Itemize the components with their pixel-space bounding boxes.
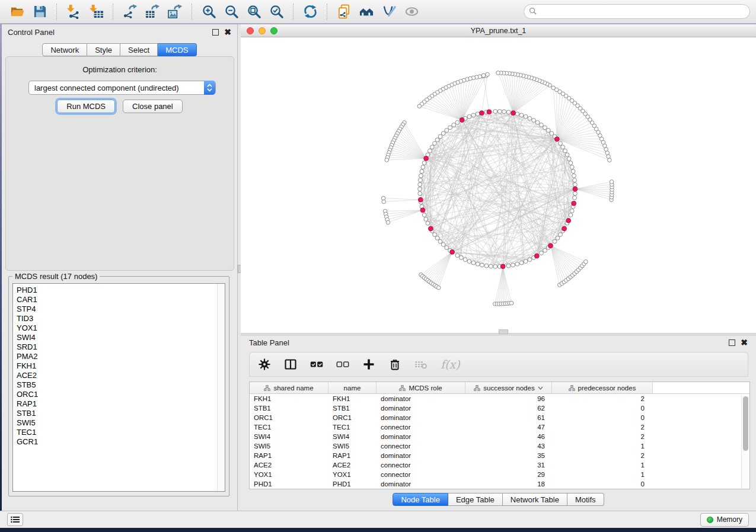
result-list-scrollbar[interactable] [217, 284, 225, 491]
table-row[interactable]: ACE2ACE2connector311 [250, 460, 749, 470]
list-item[interactable]: SWI4 [13, 333, 216, 342]
list-item[interactable]: STB5 [13, 380, 216, 390]
column-header-shared-name[interactable]: shared name [250, 382, 328, 393]
column-header-name[interactable]: name [328, 382, 377, 393]
control-panel-title: Control Panel [8, 28, 55, 37]
status-bar: Memory [0, 511, 756, 528]
close-panel-button[interactable]: Close panel [123, 100, 183, 113]
list-item[interactable]: RAP1 [13, 399, 216, 409]
import-network-icon[interactable] [65, 3, 82, 21]
cell: 0 [552, 414, 653, 421]
network-canvas[interactable] [241, 37, 754, 331]
zoom-in-icon[interactable] [200, 3, 218, 21]
close-panel-icon[interactable]: ✖ [224, 29, 231, 36]
table-scrollbar[interactable] [741, 395, 749, 488]
table-row[interactable]: SWI4SWI4dominator462 [250, 432, 749, 441]
trash-icon[interactable] [388, 358, 401, 371]
select-all-checkboxes-icon[interactable] [310, 358, 323, 371]
list-item[interactable]: CAR1 [13, 295, 216, 305]
zoom-out-icon[interactable] [222, 3, 240, 21]
tab-network[interactable]: Network [42, 43, 87, 56]
task-history-button[interactable] [7, 513, 23, 526]
close-table-panel-icon[interactable]: ✖ [741, 339, 748, 346]
column-header-successor-nodes[interactable]: successor nodes [465, 382, 552, 393]
curve-pen-icon[interactable] [380, 3, 398, 21]
refresh-layout-icon[interactable] [301, 3, 319, 21]
cell: connector [377, 443, 465, 450]
cell: 35 [465, 452, 552, 459]
list-item[interactable]: ORC1 [13, 390, 216, 399]
network-titlebar: YPA_prune.txt_1 [241, 24, 756, 37]
save-floppy-icon[interactable] [31, 3, 49, 21]
table-row[interactable]: YOX1YOX1connector291 [250, 470, 749, 479]
table-row[interactable]: STB1STB1dominator620 [250, 403, 749, 413]
list-item[interactable]: SRD1 [13, 342, 216, 352]
table-panel-title: Table Panel [249, 338, 289, 347]
list-item[interactable]: PHD1 [13, 286, 216, 295]
table-row[interactable]: RAP1RAP1dominator352 [250, 451, 749, 460]
tab-mcds[interactable]: MCDS [158, 43, 196, 56]
list-item[interactable]: TEC1 [13, 428, 216, 437]
tree-icon [399, 385, 406, 391]
export-image-icon[interactable] [166, 3, 184, 21]
list-item[interactable]: STB1 [13, 409, 216, 418]
table-row[interactable]: TEC1TEC1connector472 [250, 422, 749, 432]
column-header-predecessor-nodes[interactable]: predecessor nodes [552, 382, 653, 393]
table-scrollbar-thumb[interactable] [743, 396, 748, 451]
cell: 0 [552, 480, 653, 488]
duplicate-network-icon[interactable] [335, 3, 353, 21]
tree-icon [569, 385, 575, 391]
list-item[interactable]: ACE2 [13, 371, 216, 380]
houses-icon[interactable] [358, 3, 375, 21]
split-columns-icon[interactable] [284, 358, 297, 371]
gear-icon[interactable] [258, 358, 271, 371]
float-table-panel-icon[interactable] [729, 339, 735, 346]
list-item[interactable]: TID3 [13, 314, 216, 323]
open-folder-icon[interactable] [8, 3, 26, 21]
import-table-icon[interactable] [87, 3, 105, 21]
eye-icon[interactable] [403, 3, 420, 21]
zoom-selected-icon[interactable] [267, 3, 285, 21]
tab-edge-table[interactable]: Edge Table [448, 493, 503, 506]
control-panel: Control Panel ✖ NetworkStyleSelectMCDS O… [2, 24, 238, 511]
search-input[interactable] [540, 7, 745, 17]
tab-select[interactable]: Select [120, 43, 158, 56]
tab-node-table[interactable]: Node Table [393, 493, 448, 506]
cell: PHD1 [250, 480, 328, 488]
table-tabs: Node TableEdge TableNetwork TableMotifs [241, 493, 756, 506]
cell: FKH1 [328, 395, 377, 402]
select-stepper-icon [204, 81, 215, 95]
cell: SWI5 [250, 443, 328, 450]
cell: 1 [552, 471, 653, 478]
cell: PHD1 [328, 480, 377, 488]
list-item[interactable]: STP4 [13, 305, 216, 314]
tab-network-table[interactable]: Network Table [503, 493, 567, 506]
table-row[interactable]: SWI5SWI5connector431 [250, 441, 749, 451]
list-item[interactable]: YOX1 [13, 323, 216, 333]
table-row[interactable]: ORC1ORC1dominator610 [250, 413, 749, 422]
column-label: shared name [273, 384, 313, 392]
memory-button[interactable]: Memory [700, 513, 749, 527]
list-item[interactable]: GCR1 [13, 437, 216, 447]
table-row[interactable]: PHD1PHD1dominator180 [250, 479, 749, 489]
list-item[interactable]: SWI5 [13, 418, 216, 428]
network-title: YPA_prune.txt_1 [241, 27, 756, 35]
column-header-MCDS-role[interactable]: MCDS role [377, 382, 465, 393]
tab-style[interactable]: Style [87, 43, 120, 56]
cell: 61 [465, 414, 552, 421]
table-row[interactable]: FKH1FKH1dominator962 [250, 394, 749, 403]
zoom-fit-icon[interactable] [245, 3, 263, 21]
sort-chevron-icon [538, 386, 543, 390]
criterion-select[interactable]: largest connected component (undirected) [28, 81, 216, 95]
right-column: YPA_prune.txt_1 Table Panel ✖ [241, 24, 756, 511]
toolbar-divider [192, 4, 192, 20]
run-mcds-button[interactable]: Run MCDS [57, 100, 115, 113]
list-item[interactable]: PMA2 [13, 352, 216, 361]
deselect-all-checkboxes-icon[interactable] [336, 358, 349, 371]
export-network-icon[interactable] [121, 3, 139, 21]
list-item[interactable]: FKH1 [13, 361, 216, 371]
export-table-icon[interactable] [143, 3, 161, 21]
add-column-icon[interactable] [362, 358, 375, 371]
tab-motifs[interactable]: Motifs [567, 493, 604, 506]
float-panel-icon[interactable] [212, 29, 219, 36]
